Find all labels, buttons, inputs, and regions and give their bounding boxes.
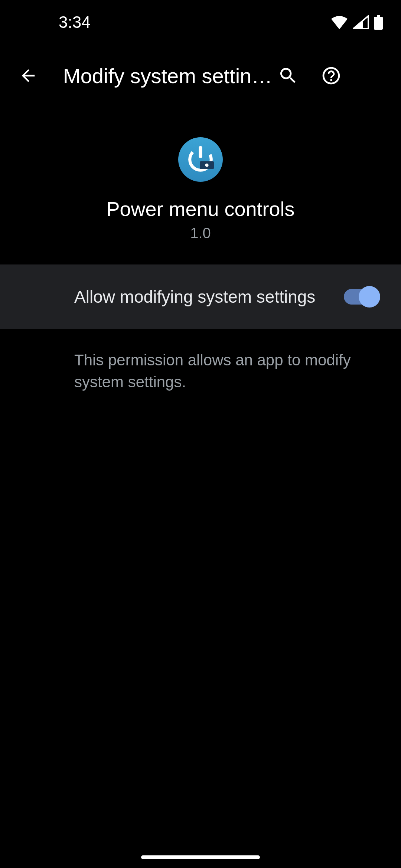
status-bar: 3:34	[0, 0, 401, 45]
app-bar: Modify system settin…	[0, 45, 401, 107]
app-name: Power menu controls	[106, 197, 294, 220]
svg-point-5	[205, 164, 209, 167]
arrow-back-icon	[19, 66, 38, 85]
help-icon	[321, 65, 342, 86]
svg-rect-0	[377, 15, 380, 17]
permission-toggle-row[interactable]: Allow modifying system settings	[0, 264, 401, 329]
permission-description: This permission allows an app to modify …	[0, 329, 401, 393]
svg-rect-3	[199, 146, 202, 158]
svg-rect-1	[374, 17, 383, 30]
back-button[interactable]	[15, 62, 42, 89]
permission-toggle[interactable]	[344, 288, 379, 306]
permission-label: Allow modifying system settings	[74, 287, 315, 307]
status-time: 3:34	[59, 13, 91, 32]
page-title: Modify system settin…	[63, 64, 275, 88]
app-icon	[178, 137, 223, 182]
status-icons	[330, 15, 383, 30]
search-button[interactable]	[275, 62, 301, 89]
help-button[interactable]	[318, 62, 345, 89]
search-icon	[278, 65, 299, 86]
navigation-handle[interactable]	[141, 855, 260, 859]
battery-icon	[374, 15, 383, 30]
power-icon	[184, 143, 217, 176]
toggle-thumb	[359, 286, 380, 308]
app-version: 1.0	[190, 225, 211, 241]
app-info-section: Power menu controls 1.0	[0, 107, 401, 264]
wifi-icon	[330, 15, 348, 29]
cellular-icon	[353, 15, 369, 29]
